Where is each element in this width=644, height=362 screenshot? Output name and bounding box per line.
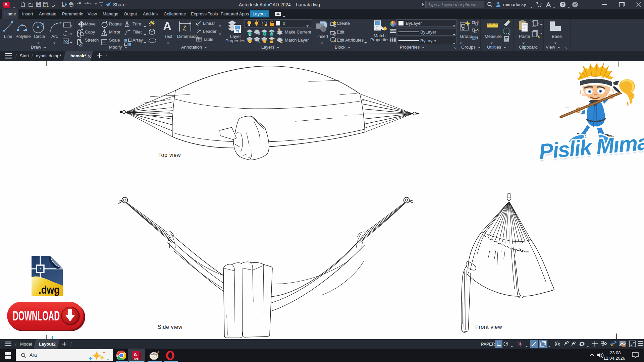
svg-text:Top view: Top view (158, 152, 181, 158)
svg-text:DOWNLOAD: DOWNLOAD (13, 308, 60, 323)
svg-text:A: A (133, 352, 137, 357)
svg-text:.dwg: .dwg (39, 284, 60, 296)
svg-text:Side view: Side view (158, 324, 182, 330)
svg-text:?: ? (561, 2, 564, 7)
svg-text:!: ! (612, 344, 612, 346)
svg-text:A: A (4, 2, 8, 7)
svg-text:Front view: Front view (475, 324, 502, 330)
svg-text:CAD: CAD (134, 358, 139, 360)
